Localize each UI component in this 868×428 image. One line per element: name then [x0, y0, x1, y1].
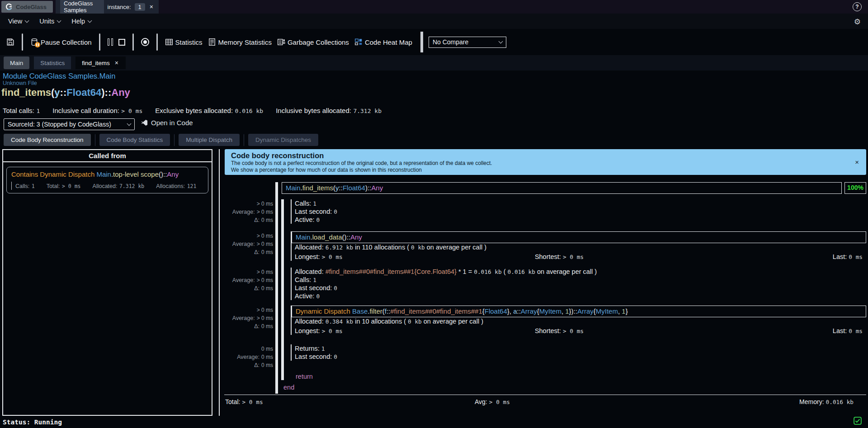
banner-close-icon[interactable]: ×: [855, 158, 859, 166]
pause-button[interactable]: [105, 36, 116, 48]
code-editor-icon: [141, 119, 148, 126]
table-grid-icon: [165, 38, 173, 46]
toolbar-separator-thick: [420, 32, 423, 52]
codeglass-window: CodeGlass CodeGlass Samples instance: 1 …: [0, 0, 868, 428]
codeglass-logo-icon: [5, 3, 13, 11]
stop-icon: [118, 39, 125, 46]
subtab-multiple-dispatch[interactable]: Multiple Dispatch: [179, 134, 240, 146]
load-data-signature-box[interactable]: Main.load_data()::Any: [292, 231, 866, 243]
menu-units-label: Units: [39, 18, 54, 25]
gear-icon[interactable]: ⚙: [854, 17, 861, 27]
caller-signature: Contains Dynamic Dispatch Main.top-level…: [11, 170, 203, 178]
calls-row: Calls: 1: [292, 276, 866, 284]
toolbar: Pause Collection Statistics Memory Sta: [0, 29, 868, 55]
summary-inclusive-duration: Inclusive call duration: > 0 ms: [52, 107, 142, 115]
chevron-down-icon: [57, 18, 61, 23]
tab-main[interactable]: Main: [4, 56, 29, 69]
breadcrumb-module[interactable]: Module CodeGlass Samples.Main: [3, 72, 115, 80]
tab-close-icon[interactable]: ×: [114, 59, 119, 66]
instance-tab-close-icon[interactable]: ×: [149, 3, 154, 10]
record-icon: [141, 38, 149, 46]
chevron-down-icon: [127, 121, 132, 126]
record-button[interactable]: [138, 35, 152, 49]
garbage-collections-label: Garbage Collections: [288, 38, 349, 46]
pause-collection-label: Pause Collection: [41, 38, 92, 46]
timing-gutter: > 0 ms Average: > 0 ms Δ: 0 ms: [224, 231, 273, 256]
summary-total-calls: Total calls: 1: [3, 107, 40, 115]
allocated-row: Allocated: 0.384 kb in 10 allocations ( …: [292, 317, 866, 325]
banner-line2: We show a percentage for how much of our…: [231, 167, 860, 174]
subtab-dynamic-dispatches[interactable]: Dynamic Dispatches: [248, 134, 318, 146]
return-keyword: return: [296, 373, 313, 380]
subtabs: Code Body Reconstruction Code Body Stati…: [4, 134, 318, 146]
pause-collection-button[interactable]: Pause Collection: [28, 35, 94, 49]
statistics-button[interactable]: Statistics: [162, 35, 205, 49]
active-row: Active: 0: [292, 216, 866, 224]
calls-row: Calls: 1: [292, 199, 866, 207]
instance-label: instance:: [108, 4, 131, 10]
returns-group: 0 ms Average: 0 ms Δ: 0 ms Returns: 1 La…: [224, 344, 866, 369]
tab-find-items[interactable]: find_items ×: [75, 56, 126, 69]
allocated-row: Allocated: 6.912 kb in 110 allocations (…: [292, 243, 866, 251]
garbage-collections-icon: [277, 38, 285, 46]
method-signature-headline: find_items(y::Float64)::Any: [1, 87, 130, 99]
find-items-signature-box[interactable]: Main.find_items(y::Float64)::Any: [282, 182, 842, 194]
code-heat-map-button[interactable]: Code Heat Map: [352, 35, 415, 49]
open-in-code-label: Open in Code: [151, 119, 193, 127]
chevron-down-icon: [88, 18, 92, 23]
dynamic-dispatch-group: > 0 ms Average: > 0 ms Δ: 0 ms Dynamic D…: [224, 306, 866, 335]
banner-line1: The code body is not a perfect reconstru…: [231, 160, 860, 167]
memory-statistics-button[interactable]: Memory Statistics: [205, 35, 274, 49]
called-from-header: Called from: [3, 150, 212, 162]
help-icon[interactable]: ?: [853, 2, 862, 11]
reconstruction-info-banner: Code body reconstruction The code body i…: [225, 149, 866, 175]
menu-units[interactable]: Units: [34, 15, 66, 28]
toolbar-separator: [99, 33, 100, 51]
instance-number: 1: [135, 3, 145, 11]
breadcrumb-file: Unknown File: [3, 80, 37, 86]
toolbar-separator: [132, 33, 134, 51]
open-in-code-button[interactable]: Open in Code: [141, 119, 193, 127]
duration-row: Longest: > 0 ms Shortest: > 0 ms Last: 0…: [292, 253, 866, 261]
duration-row: Longest: > 0 ms Shortest: > 0 ms Last: 0…: [292, 327, 866, 335]
source-id-select[interactable]: SourceId: 3 (Stopped by CodeGlass): [4, 118, 135, 130]
method-signature-row: Main.find_items(y::Float64)::Any 100%: [224, 182, 866, 194]
avg-duration: Avg: > 0 ms: [475, 398, 510, 405]
allocated-row: Allocated: #find_items##0#find_items##1{…: [292, 268, 866, 276]
caller-stats: Calls: 1 Total: > 0 ms Allocated: 7.312 …: [11, 182, 203, 190]
summary-stats: Total calls: 1 Inclusive call duration: …: [3, 107, 382, 115]
tab-statistics[interactable]: Statistics: [34, 56, 71, 69]
instance-tab[interactable]: CodeGlass Samples instance: 1 ×: [56, 0, 159, 14]
menu-view-label: View: [8, 18, 22, 25]
returns-row: Returns: 1: [292, 344, 866, 353]
subtab-separator: [174, 134, 175, 146]
compare-select[interactable]: No Compare: [429, 37, 506, 48]
stop-button[interactable]: [116, 36, 128, 48]
last-second-row: Last second: 0: [292, 353, 866, 361]
save-button[interactable]: [4, 35, 17, 49]
code-body-reconstruction: Main.find_items(y::Float64)::Any 100% > …: [224, 179, 866, 411]
caller-card[interactable]: Contains Dynamic Dispatch Main.top-level…: [6, 167, 208, 193]
menu-view[interactable]: View: [3, 15, 34, 28]
titlebar: CodeGlass CodeGlass Samples instance: 1 …: [0, 0, 868, 14]
timing-gutter: > 0 ms Average: > 0 ms Δ: 0 ms: [224, 306, 273, 330]
banner-title: Code body reconstruction: [231, 151, 860, 160]
compare-select-value: No Compare: [433, 38, 468, 46]
dispatch-signature-box[interactable]: Dynamic Dispatch Base.filter(f::#find_it…: [292, 306, 866, 317]
last-second-row: Last second: 0: [292, 207, 866, 216]
menubar: View Units Help ⚙: [0, 14, 868, 29]
total-duration: Total: > 0 ms: [225, 398, 263, 405]
instance-tab-label: CodeGlass Samples: [60, 0, 104, 14]
toolbar-separator: [22, 33, 23, 51]
menu-help[interactable]: Help: [66, 15, 97, 28]
timing-gutter: > 0 ms Average: > 0 ms Δ: 0 ms: [224, 268, 273, 292]
garbage-collections-button[interactable]: Garbage Collections: [274, 35, 352, 49]
source-id-value: SourceId: 3 (Stopped by CodeGlass): [8, 121, 111, 128]
statistics-label: Statistics: [175, 38, 203, 46]
tab-main-label: Main: [10, 60, 23, 66]
subtab-code-body-statistics[interactable]: Code Body Statistics: [99, 134, 170, 146]
tab-find-items-label: find_items: [82, 60, 110, 66]
subtab-code-body-reconstruction[interactable]: Code Body Reconstruction: [4, 134, 91, 146]
status-text: Status: Running: [3, 419, 62, 426]
memory-total: Memory: 0.016 kb: [799, 398, 854, 405]
